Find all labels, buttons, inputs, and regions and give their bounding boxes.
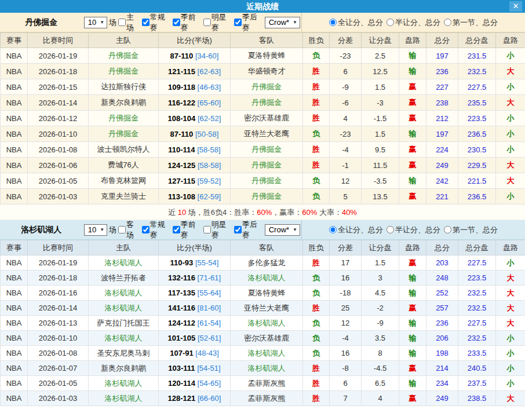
- away-team-cell: 密尔沃基雄鹿: [231, 331, 303, 346]
- column-header: 分差: [330, 33, 362, 48]
- filter-option-5[interactable]: 季后赛: [233, 12, 264, 33]
- away-team-cell: 丹佛掘金: [231, 142, 303, 158]
- handicap-line-cell: -1.5: [362, 111, 399, 126]
- filter-left: 洛杉矶湖人10▼场客场常规赛季前赛明星赛季后赛Crow*▼: [0, 220, 302, 239]
- radio-option-2[interactable]: 半让分、总分: [387, 225, 440, 235]
- handicap-line-cell: 1.5: [362, 255, 399, 271]
- column-header: 比分(半场): [159, 33, 231, 48]
- over-under-cell: 小: [496, 346, 525, 361]
- filter-option-1[interactable]: 客场: [117, 220, 141, 240]
- home-team-cell: 波士顿凯尔特人: [89, 142, 159, 158]
- filter-option-3[interactable]: 季前赛: [172, 220, 202, 240]
- team-section-2: 洛杉矶湖人10▼场客场常规赛季前赛明星赛季后赛Crow*▼全让分、总分半让分、总…: [0, 220, 525, 406]
- filter-checkbox[interactable]: [142, 19, 150, 26]
- point-diff-cell: 5: [330, 189, 362, 204]
- point-diff-cell: -4: [330, 142, 362, 158]
- chevron-down-icon: ▼: [293, 20, 297, 25]
- summary-segment: 近: [168, 208, 178, 217]
- half-time-score: [54-51]: [197, 364, 220, 372]
- source-select-value: Crow*: [269, 225, 289, 234]
- total-points-cell: 248: [426, 271, 458, 286]
- games-count-select[interactable]: 10▼: [84, 17, 107, 28]
- radio-label: 第一节、总分: [453, 225, 498, 235]
- total-points-cell: 206: [426, 331, 458, 346]
- over-under-cell: 大: [496, 301, 525, 316]
- mode-radio[interactable]: [329, 19, 337, 26]
- radio-option-3[interactable]: 第一节、总分: [444, 225, 498, 235]
- over-under-cell: 小: [496, 79, 525, 95]
- final-score: 110-93: [170, 258, 194, 267]
- mode-radio[interactable]: [387, 19, 394, 26]
- total-points-cell: 249: [426, 391, 458, 406]
- source-select[interactable]: Crow*▼: [265, 224, 300, 236]
- filter-option-1[interactable]: 主场: [117, 12, 141, 33]
- column-header: 总分盘: [458, 33, 496, 48]
- handicap-result-cell: 赢: [399, 301, 426, 316]
- total-points-cell: 221: [426, 189, 458, 204]
- filter-checkbox-label: 常规赛: [150, 12, 172, 33]
- filter-option-5[interactable]: 季后赛: [233, 220, 264, 240]
- filter-option-4[interactable]: 明星赛: [202, 12, 233, 33]
- games-count-select[interactable]: 10▼: [84, 224, 107, 236]
- table-row: NBA2026-01-18波特兰开拓者132-116 [71-61]洛杉矶湖人负…: [1, 271, 525, 286]
- away-team-cell: 洛杉矶湖人: [231, 316, 303, 331]
- total-line-cell: 223.5: [458, 111, 496, 126]
- filter-option-2[interactable]: 常规赛: [141, 12, 172, 33]
- mode-radio[interactable]: [444, 226, 451, 233]
- handicap-line-cell: 9.5: [362, 142, 399, 158]
- point-diff-cell: 6: [330, 64, 362, 79]
- point-diff-cell: 4: [330, 111, 362, 126]
- close-icon[interactable]: ✕: [509, 1, 522, 12]
- table-row: NBA2026-01-15达拉斯独行侠109-118 [46-63]丹佛掘金胜-…: [1, 79, 525, 95]
- filter-checkbox[interactable]: [234, 19, 242, 26]
- filter-checkbox[interactable]: [203, 226, 211, 233]
- score-cell: 110-114 [58-58]: [159, 142, 231, 158]
- home-team-cell: 洛杉矶湖人: [89, 301, 159, 316]
- over-under-cell: 大: [496, 173, 525, 189]
- filter-checkbox[interactable]: [118, 19, 126, 26]
- radio-option-2[interactable]: 半让分、总分: [387, 17, 440, 28]
- half-time-score: [54-65]: [198, 379, 221, 388]
- filter-checkbox[interactable]: [173, 226, 180, 233]
- filter-option-3[interactable]: 季前赛: [172, 12, 202, 33]
- mode-radio[interactable]: [387, 226, 394, 233]
- filter-checkbox[interactable]: [173, 19, 180, 26]
- summary-segment: 大率：: [317, 208, 342, 217]
- column-header: 主队: [89, 33, 159, 48]
- final-score: 113-108: [168, 192, 195, 201]
- table-row: NBA2026-01-03克里夫兰骑士113-108 [62-59]丹佛掘金负5…: [1, 189, 525, 204]
- final-score: 127-115: [168, 177, 195, 185]
- home-team-cell: 丹佛掘金: [89, 111, 159, 126]
- source-select-value: Crow*: [269, 18, 289, 27]
- mode-radio[interactable]: [329, 226, 337, 233]
- mode-radio[interactable]: [444, 19, 451, 26]
- point-diff-cell: 17: [330, 255, 362, 271]
- win-loss-cell: 负: [303, 286, 330, 301]
- table-row: NBA2026-01-16洛杉矶湖人117-135 [55-64]夏洛特黄蜂负-…: [1, 286, 525, 301]
- radio-option-1[interactable]: 全让分、总分: [329, 225, 383, 235]
- league-cell: NBA: [1, 376, 28, 391]
- chevron-down-icon: ▼: [100, 227, 104, 232]
- filter-option-2[interactable]: 常规赛: [141, 220, 172, 240]
- half-time-score: [34-60]: [195, 52, 218, 60]
- table-row: NBA2026-01-18丹佛掘金121-115 [62-63]华盛顿奇才胜61…: [1, 64, 525, 79]
- away-team-cell: 夏洛特黄蜂: [231, 286, 303, 301]
- home-team-cell: 丹佛掘金: [89, 64, 159, 79]
- filter-checkbox[interactable]: [118, 226, 126, 233]
- over-under-cell: 小: [496, 111, 525, 126]
- radio-label: 半让分、总分: [395, 17, 440, 28]
- half-time-score: [48-43]: [195, 349, 218, 357]
- filter-option-4[interactable]: 明星赛: [202, 220, 233, 240]
- radio-option-3[interactable]: 第一节、总分: [444, 17, 498, 28]
- handicap-result-cell: 输: [399, 316, 426, 331]
- filter-checkbox-label: 明星赛: [212, 12, 233, 33]
- radio-option-1[interactable]: 全让分、总分: [329, 17, 383, 28]
- filter-checkbox-label: 常规赛: [150, 220, 172, 240]
- away-team-cell: 洛杉矶湖人: [231, 271, 303, 286]
- filter-checkbox[interactable]: [142, 226, 150, 233]
- filter-checkbox[interactable]: [234, 226, 242, 233]
- half-time-score: [46-63]: [198, 83, 221, 92]
- filter-checkbox[interactable]: [203, 19, 211, 26]
- source-select[interactable]: Crow*▼: [265, 17, 300, 28]
- away-team-cell: 丹佛掘金: [231, 79, 303, 95]
